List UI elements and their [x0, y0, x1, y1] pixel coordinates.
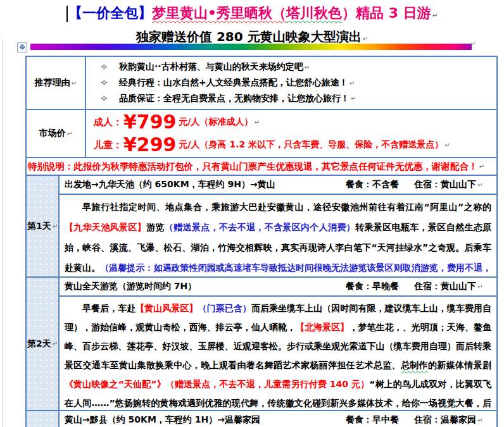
paragraph-mark: ↵	[53, 340, 58, 347]
day3-stay: 住宿：温馨家园↵	[414, 414, 494, 426]
day1-route: 出发地→九华天池（约 650KM，车程约 9H）→黄山	[65, 179, 346, 190]
description-segment: 【九华天池风景区】	[65, 222, 146, 232]
day2-row: 第2天↵ 黄山全天游览（游览时间约 7H） 餐食：早晚餐 住宿：黄山山下↵ 早餐…	[27, 278, 496, 411]
description-segment: 早餐后，车赴	[82, 303, 135, 313]
reasons-label-cell: 推荐理由↵	[27, 57, 86, 109]
sparkle-bullet-icon: ✧	[100, 61, 119, 73]
reason-text: 品质保证：全程无自费景点，无购物安排，让您放心旅行！	[119, 93, 350, 104]
adult-price-prefix: 成人：	[94, 116, 122, 128]
reason-item: ✧秋韵黄山··古朴村落、与黄山的秋天来场约定吧↵	[100, 59, 490, 75]
doc-title: 【一价全包】梦里黄山•秀里晒秋（塔川秋色）精品 3 日游↵	[0, 0, 504, 25]
child-price-suffix: 元/人（身高 1.2 米以下，只含车费、导服、保险，不含赠送景点）	[179, 139, 444, 151]
price-row: 市场价↵ 成人：¥799元/人（标准成人）↵ 儿童：¥299元/人（身高 1.2…	[27, 110, 496, 158]
title-main-3: ）精品 3 日游	[342, 5, 431, 21]
paragraph-mark: ↵	[255, 119, 260, 126]
price-label-cell: 市场价↵	[27, 110, 86, 157]
day2-meal: 餐食：早晚餐	[346, 281, 414, 292]
description-segment: （赠送景点，不去不退，儿童需另行付费 140 元）	[166, 379, 370, 389]
description-segment: 【北海景区】	[296, 322, 349, 332]
paragraph-mark: ↵	[67, 130, 72, 137]
day2-stay: 住宿：黄山山下↵	[414, 281, 494, 292]
title-prefix: 【一价全包】	[68, 5, 152, 21]
price-body: 成人：¥799元/人（标准成人）↵ 儿童：¥299元/人（身高 1.2 米以下，…	[86, 110, 496, 157]
title-main-2: 塔川秋色	[286, 5, 342, 21]
description-segment: 早旅行社指定时间、地点集合，乘旅游大巴赴安徽黄山，途径安徽池州前往有着江南“阿里…	[82, 202, 491, 212]
reason-text: 秋韵黄山··古朴村落、与黄山的秋天来场约定吧	[119, 61, 303, 73]
sparkle-bullet-icon: ✧	[100, 93, 119, 104]
day2-header: 黄山全天游览（游览时间约 7H） 餐食：早晚餐 住宿：黄山山下↵	[60, 278, 496, 297]
itinerary-table: 推荐理由↵ ✧秋韵黄山··古朴村落、与黄山的秋天来场约定吧↵✧经典行程：山水自然…	[25, 56, 498, 427]
paragraph-mark: ↵	[477, 283, 482, 290]
description-segment: 《黄山映像之“天仙配”》	[65, 379, 166, 389]
special-note-row: 特别说明：此报价为秋季特惠活动打包价，只有黄山门票产生优惠现退，其它景点任何证件…	[27, 158, 496, 176]
paragraph-mark: ↵	[477, 182, 482, 189]
day3-route: 黄山→黟县（约 50KM，车程约 1H）→温馨家园	[65, 414, 346, 426]
day1-description: 早旅行社指定时间、地点集合，乘旅游大巴赴安徽黄山，途径安徽池州前往有着江南“阿里…	[60, 195, 496, 276]
day1-label-cell: 第1天↵	[27, 176, 60, 276]
child-price-line: 儿童：¥299元/人（身高 1.2 米以下，只含车费、导服、保险，不含赠送景点）…	[94, 133, 491, 156]
day1-row: 第1天↵ 出发地→九华天池（约 650KM，车程约 9H）→黄山 餐食：不含餐 …	[27, 176, 496, 278]
description-segment: （赠送景点，不去不退，不含景区内个人消费）	[165, 222, 355, 232]
description-segment: （温馨提示：如遇政策性闭园或高速堵车导致抵达时间很晚无法游览该景区则取消游览，费…	[65, 263, 491, 276]
paragraph-mark: ↵	[477, 417, 482, 424]
move-arrows-vertical-icon: ↕	[18, 43, 27, 52]
day1-stay: 住宿：黄山山下↵	[414, 179, 494, 190]
description-segment: 【黄山风景区】	[135, 303, 198, 313]
text-cursor-caret	[66, 6, 68, 22]
description-segment: 游览	[146, 222, 165, 232]
document-page: 【一价全包】梦里黄山•秀里晒秋（塔川秋色）精品 3 日游↵ 独家赠送价值 280…	[0, 0, 504, 427]
rainbow-divider	[30, 44, 472, 50]
day3-row: 黄山→黟县（约 50KM，车程约 1H）→温馨家园 餐食：早中餐 住宿：温馨家园…	[27, 411, 496, 427]
divider-row: ↔ ↕ ↵	[0, 40, 504, 53]
sparkle-bullet-icon: ✧	[100, 77, 119, 89]
reasons-label: 推荐理由	[35, 77, 70, 89]
day2-label-cell: 第2天↵	[27, 278, 60, 410]
reasons-row: 推荐理由↵ ✧秋韵黄山··古朴村落、与黄山的秋天来场约定吧↵✧经典行程：山水自然…	[27, 57, 496, 110]
price-label: 市场价	[39, 128, 66, 139]
description-segment: 总制作	[401, 360, 428, 370]
paragraph-mark: ↵	[432, 12, 438, 19]
day1-main: 出发地→九华天池（约 650KM，车程约 9H）→黄山 餐食：不含餐 住宿：黄山…	[60, 176, 496, 276]
adult-price-line: 成人：¥799元/人（标准成人）↵	[94, 111, 491, 133]
reason-item: ✧品质保证：全程无自费景点，无购物安排，让您放心旅行！↵	[100, 90, 490, 106]
paragraph-mark: ↵	[470, 40, 476, 47]
paragraph-mark: ↵	[351, 95, 356, 102]
special-note-text: 特别说明：此报价为秋季特惠活动打包价，只有黄山门票产生优惠现退，其它景点任何证件…	[28, 161, 478, 173]
paragraph-mark: ↵	[444, 142, 450, 149]
day1-label: 第1天	[27, 221, 51, 232]
description-segment: 的新媒体情景剧	[428, 360, 491, 370]
child-price-prefix: 儿童：	[94, 139, 122, 151]
reasons-list: ✧秋韵黄山··古朴村落、与黄山的秋天来场约定吧↵✧经典行程：山水自然+人文经典景…	[86, 57, 496, 109]
adult-price-value: ¥799	[123, 113, 177, 132]
paragraph-mark: ↵	[72, 80, 77, 87]
page-left-edge-line	[2, 39, 3, 427]
day2-main: 黄山全天游览（游览时间约 7H） 餐食：早晚餐 住宿：黄山山下↵ 早餐后，车赴【…	[60, 278, 496, 410]
day2-description: 早餐后，车赴【黄山风景区】（门票已含）而后乘坐缆车上山（因时间有限，建议缆车上山…	[60, 297, 496, 410]
day1-meal: 餐食：不含餐	[346, 179, 414, 190]
day3-main: 黄山→黟县（约 50KM，车程约 1H）→温馨家园 餐食：早中餐 住宿：温馨家园…	[60, 411, 496, 427]
day2-label: 第2天	[27, 338, 51, 350]
day3-label-cell	[27, 411, 60, 427]
day2-route: 黄山全天游览（游览时间约 7H）	[65, 281, 346, 292]
adult-price-suffix: 元/人（标准成人）	[179, 116, 253, 128]
paragraph-mark: ↵	[305, 64, 310, 71]
title-main-1: 梦里黄山•秀里晒秋（	[152, 5, 286, 21]
reason-text: 经典行程：山水自然+人文经典景点搭配，让您舒心旅途！	[119, 77, 348, 89]
day1-header: 出发地→九华天池（约 650KM，车程约 9H）→黄山 餐食：不含餐 住宿：黄山…	[60, 176, 496, 195]
day3-header: 黄山→黟县（约 50KM，车程约 1H）→温馨家园 餐食：早中餐 住宿：温馨家园…	[60, 411, 496, 427]
paragraph-mark: ↵	[53, 223, 58, 230]
day3-meal: 餐食：早中餐	[346, 414, 414, 426]
description-segment: （门票已含）	[198, 303, 251, 313]
table-move-handle-icon[interactable]: ↔ ↕	[17, 42, 27, 53]
child-price-value: ¥299	[123, 135, 177, 154]
paragraph-mark: ↵	[350, 80, 355, 87]
reason-item: ✧经典行程：山水自然+人文经典景点搭配，让您舒心旅途！↵	[100, 75, 490, 91]
paragraph-mark: ↵	[479, 163, 484, 170]
